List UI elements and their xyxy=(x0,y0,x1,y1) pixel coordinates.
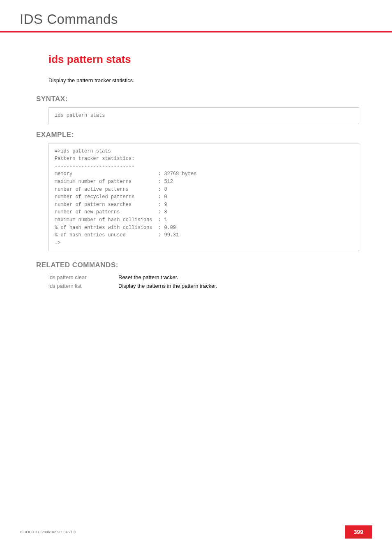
section-title: ids pattern stats xyxy=(48,53,359,66)
section-description: Display the pattern tracker statistics. xyxy=(48,77,359,83)
syntax-code-block: ids pattern stats xyxy=(48,107,359,124)
related-command-description: Display the patterns in the pattern trac… xyxy=(118,283,217,289)
content-area: ids pattern stats Display the pattern tr… xyxy=(0,53,392,289)
footer-page-number: 399 xyxy=(345,525,372,539)
example-code-block: =>ids pattern stats Pattern tracker stat… xyxy=(48,143,359,252)
page-header: IDS Commands xyxy=(0,0,392,32)
related-row: ids pattern clear Reset the pattern trac… xyxy=(48,274,359,280)
page-footer: E-DOC-CTC-20061027-0004 v1.0 399 xyxy=(20,525,372,539)
related-commands-section: RELATED COMMANDS: ids pattern clear Rese… xyxy=(48,261,359,289)
footer-doc-id: E-DOC-CTC-20061027-0004 v1.0 xyxy=(20,530,76,534)
related-command-name: ids pattern list xyxy=(48,283,118,289)
page-title: IDS Commands xyxy=(20,12,392,27)
related-heading: RELATED COMMANDS: xyxy=(36,261,359,269)
example-heading: EXAMPLE: xyxy=(36,131,359,139)
related-command-description: Reset the pattern tracker. xyxy=(118,274,178,280)
related-commands-table: ids pattern clear Reset the pattern trac… xyxy=(48,274,359,289)
related-row: ids pattern list Display the patterns in… xyxy=(48,283,359,289)
related-command-name: ids pattern clear xyxy=(48,274,118,280)
syntax-heading: SYNTAX: xyxy=(36,95,359,103)
